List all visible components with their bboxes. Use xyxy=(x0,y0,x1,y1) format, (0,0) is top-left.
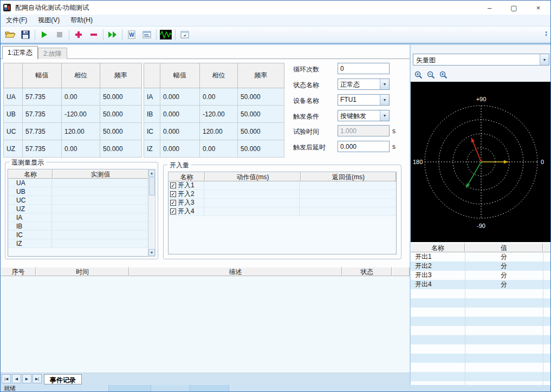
frequency-cell[interactable]: 50.000 xyxy=(238,88,284,106)
stop-button[interactable] xyxy=(52,28,67,42)
table-row: IB 0.000 -120.00 50.000 xyxy=(144,106,284,123)
amplitude-cell[interactable]: 0.000 xyxy=(160,88,200,106)
toolbar: W ▾▾ xyxy=(1,27,550,44)
close-button[interactable]: × xyxy=(526,1,550,15)
save-button[interactable] xyxy=(18,28,33,42)
amplitude-cell[interactable]: 57.735 xyxy=(23,88,62,106)
next-record-button[interactable]: ▶ xyxy=(22,374,31,383)
digital-input-checkbox[interactable]: ✓ xyxy=(170,182,176,188)
menu-help[interactable]: 帮助(H) xyxy=(65,14,98,27)
input-name-header: 名称 xyxy=(168,172,205,181)
phase-cell[interactable]: 0.00 xyxy=(200,140,238,158)
action-value-cell xyxy=(204,190,300,198)
cycle-count-input[interactable] xyxy=(338,63,390,74)
scroll-down-icon[interactable]: ▼ xyxy=(148,249,155,256)
amplitude-cell[interactable]: 57.735 xyxy=(23,106,62,123)
phase-cell[interactable]: 0.00 xyxy=(62,140,100,158)
frequency-cell[interactable]: 50.000 xyxy=(238,106,284,123)
phase-cell[interactable]: 120.00 xyxy=(62,123,100,140)
digital-input-label: 开入3 xyxy=(178,199,195,207)
add-state-button[interactable] xyxy=(71,28,86,42)
run-all-button[interactable] xyxy=(105,28,120,42)
phase-cell[interactable]: -120.00 xyxy=(62,106,100,123)
amplitude-cell[interactable]: 57.735 xyxy=(23,140,62,158)
state-name-select[interactable]: 正常态▼ xyxy=(338,79,390,90)
frequency-cell[interactable]: 50.000 xyxy=(238,140,284,158)
row-label: IA xyxy=(144,88,160,106)
scroll-up-icon[interactable]: ▲ xyxy=(148,169,155,177)
tab-normal-state[interactable]: 1:正常态 xyxy=(2,46,38,59)
scrollbar-thumb[interactable] xyxy=(149,177,155,195)
toolbar-separator xyxy=(35,29,35,40)
output-row: 开出1分 xyxy=(411,252,551,262)
status-segment xyxy=(109,385,151,392)
app-icon[interactable] xyxy=(3,3,12,12)
waveform-button[interactable] xyxy=(158,28,173,42)
remove-state-button[interactable] xyxy=(86,28,101,42)
chevron-down-icon[interactable]: ▼ xyxy=(380,95,389,105)
title-bar: 配网自动化测试-功能测试 – ▢ × xyxy=(1,1,550,15)
phase-cell[interactable]: 0.00 xyxy=(62,88,100,106)
amplitude-cell[interactable]: 0.000 xyxy=(160,123,200,140)
report-button[interactable] xyxy=(139,28,154,42)
telemetry-scrollbar[interactable]: ▲ ▼ xyxy=(148,169,155,257)
first-record-button[interactable]: |◀ xyxy=(2,374,11,383)
return-value-cell xyxy=(300,181,396,190)
telemetry-row: IC xyxy=(8,231,148,239)
frequency-cell[interactable]: 50.000 xyxy=(100,88,142,106)
menu-file[interactable]: 文件(F) xyxy=(1,14,33,27)
table-row: UA 57.735 0.00 50.000 xyxy=(4,88,142,106)
chevron-down-icon[interactable]: ▼ xyxy=(380,79,389,89)
telemetry-row: IA xyxy=(8,213,148,222)
vector-plot: +90 180 0 -90 xyxy=(411,82,551,242)
row-label: IC xyxy=(144,123,160,140)
open-button[interactable] xyxy=(3,28,18,42)
event-description-header: 描述 xyxy=(129,267,342,276)
phase-cell[interactable]: -120.00 xyxy=(200,106,238,123)
state-name-value: 正常态 xyxy=(338,79,380,89)
frequency-cell[interactable]: 50.000 xyxy=(100,140,142,158)
output-table-body: 开出1分 开出2分 开出3分 开出4分 xyxy=(411,252,551,385)
zoom-reset-button[interactable] xyxy=(438,69,449,80)
tab-label: 1:正常态 xyxy=(8,48,33,57)
device-name-value: FTU1 xyxy=(338,95,380,105)
maximize-button[interactable]: ▢ xyxy=(502,1,526,15)
amplitude-cell[interactable]: 0.000 xyxy=(160,140,200,158)
trigger-delay-input[interactable] xyxy=(338,141,390,152)
previous-record-button[interactable]: ◀ xyxy=(12,374,21,383)
digital-input-checkbox[interactable]: ✓ xyxy=(170,191,176,197)
view-type-select[interactable]: 矢量图 ▼ xyxy=(413,54,549,66)
zoom-out-button[interactable] xyxy=(425,69,436,80)
chevron-down-icon[interactable]: ▼ xyxy=(380,110,389,121)
toolbar-overflow-button[interactable]: ▾▾ xyxy=(543,31,549,40)
frequency-cell[interactable]: 50.000 xyxy=(100,123,142,140)
amplitude-cell[interactable]: 57.735 xyxy=(23,123,62,140)
amplitude-cell[interactable]: 0.000 xyxy=(160,106,200,123)
trigger-condition-select[interactable]: 按键触发▼ xyxy=(338,110,390,121)
chevron-down-icon[interactable]: ▼ xyxy=(540,54,549,65)
event-log-body[interactable] xyxy=(1,276,410,373)
output-value: 分 xyxy=(465,252,543,262)
telemetry-row: UA xyxy=(8,179,148,187)
telemetry-name-header: 名称 xyxy=(8,169,53,179)
phase-cell[interactable]: 120.00 xyxy=(200,123,238,140)
export-word-button[interactable]: W xyxy=(124,28,139,42)
view-window-button[interactable] xyxy=(177,28,192,42)
minimize-button[interactable]: – xyxy=(477,1,502,15)
digital-input-checkbox[interactable]: ✓ xyxy=(170,200,176,206)
output-value: 分 xyxy=(465,271,543,280)
menu-view[interactable]: 视图(V) xyxy=(33,14,65,27)
zoom-in-button[interactable] xyxy=(413,69,424,80)
device-name-select[interactable]: FTU1▼ xyxy=(338,94,390,106)
run-button[interactable] xyxy=(37,28,52,42)
tab-event-log[interactable]: 事件记录 xyxy=(44,374,82,384)
frequency-cell[interactable]: 50.000 xyxy=(238,123,284,140)
last-record-button[interactable]: ▶| xyxy=(33,374,42,383)
frequency-cell[interactable]: 50.000 xyxy=(100,106,142,123)
digital-input-checkbox[interactable]: ✓ xyxy=(170,208,176,214)
phase-cell[interactable]: 0.00 xyxy=(200,88,238,106)
left-panel: 1:正常态 2:故障 幅值 相位 频率 UA 57.735 0.00 50.00… xyxy=(1,45,410,385)
tab-fault-state[interactable]: 2:故障 xyxy=(38,48,67,59)
output-name: 开出3 xyxy=(415,271,432,280)
output-row: 开出2分 xyxy=(411,262,551,271)
